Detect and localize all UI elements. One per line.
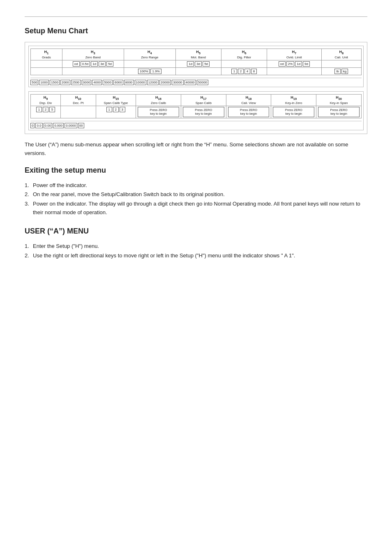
h6-val-8: 8 — [251, 69, 257, 74]
h15-header: H15Span Calib Type — [96, 94, 136, 106]
scale-1000: 1000 — [39, 80, 49, 85]
h16-press-zero: Press ZEROkey to begin — [138, 107, 179, 118]
h6-val-1: 1 — [231, 69, 237, 74]
lower-row-1: 1 2 5 1 2 3 — [31, 106, 362, 118]
h6-row2: 1 2 4 8 — [221, 67, 267, 75]
h8-row2: lb kg — [321, 67, 362, 75]
h7-val-9d: 9d — [303, 61, 310, 67]
h7-row2 — [267, 67, 321, 75]
h7-header: H7Ovld. Limit — [267, 49, 321, 60]
scale-0: 0 — [30, 123, 35, 128]
h18-row1: Press ZEROkey to begin — [226, 106, 271, 118]
lower-chart: H9Dsp. Div H10Dec. Pt H15Span Calib Type… — [28, 91, 364, 130]
setup-chart-container: H1Grads H3Zero Band H4Zero Range H5Mot. … — [25, 42, 367, 134]
user-menu-section: USER (“A”) MENU 1. Enter the Setup ("H")… — [25, 227, 367, 260]
user-menu-steps-list: 1. Enter the Setup ("H") menu. 2. Use th… — [25, 242, 367, 260]
h5-val-1d: 1d — [187, 61, 194, 67]
exit-step-1: 1. Power off the indicator. — [25, 181, 367, 190]
h8-val-lb: lb — [334, 69, 340, 74]
h7-val-2pct: 2% — [286, 61, 295, 67]
h1-row2 — [31, 67, 62, 75]
h17-press-zero: Press ZEROkey to begin — [183, 107, 224, 118]
h8-header: H8Cali. Unit — [321, 49, 362, 60]
h17-row1: Press ZEROkey to begin — [181, 106, 226, 118]
scale-2500: 2500 — [71, 80, 81, 85]
h3-row1: od 0.5d 1d 3d 5d — [62, 60, 124, 67]
h15-val-1: 1 — [106, 107, 112, 112]
exit-step-1-text: Power off the indicator. — [33, 181, 367, 190]
h3-val-od: od — [73, 61, 80, 67]
chart-description: The User (“A”) menu sub-menus appear whe… — [25, 141, 367, 158]
h4-val-19: 1.9% — [150, 69, 161, 74]
h5-val-5d: 5d — [203, 61, 210, 67]
lower-scale-row: 0 0.0 0.00 0.000 0.0000 00 — [30, 121, 362, 128]
user-step-1-num: 1. — [25, 242, 33, 251]
h3-val-3d: 3d — [99, 61, 106, 67]
upper-row-1: od 0.5d 1d 3d 5d 1d 3d 5d — [31, 60, 362, 67]
scale-0-0000: 0.0000 — [65, 123, 77, 128]
upper-header-row: H1Grads H3Zero Band H4Zero Range H5Mot. … — [31, 49, 362, 60]
h20-row1: Press ZEROkey to begin — [316, 106, 362, 118]
scale-5000: 5000 — [103, 80, 113, 85]
scale-3000: 3000 — [82, 80, 92, 85]
upper-scale-row: 500 1000 1500 2000 2500 3000 4000 5000 6… — [30, 78, 362, 85]
user-step-2: 2. Use the right or left directional key… — [25, 252, 367, 260]
lower-header-row: H9Dsp. Div H10Dec. Pt H15Span Calib Type… — [31, 94, 362, 106]
h20-press-zero: Press ZEROkey to begin — [318, 107, 360, 118]
h9-val-5: 5 — [49, 107, 55, 112]
h15-val-2: 2 — [113, 107, 119, 112]
exit-step-2-num: 2. — [25, 190, 33, 199]
h4-row2: 100% 1.9% — [124, 67, 175, 75]
scale-0-000: 0.000 — [53, 123, 64, 128]
h5-row1: 1d 3d 5d — [175, 60, 221, 67]
h5-row2 — [175, 67, 221, 75]
scale-20000: 20000 — [159, 80, 171, 85]
h20-header: H20Key-in Span — [316, 94, 362, 106]
lower-chart-table: H9Dsp. Div H10Dec. Pt H15Span Calib Type… — [30, 94, 362, 118]
h10-header: H10Dec. Pt — [61, 94, 96, 106]
exit-step-3-text: Power on the indicator. The display will… — [33, 200, 367, 217]
scale-30000: 30000 — [172, 80, 183, 85]
exit-step-1-num: 1. — [25, 181, 33, 190]
scale-10000: 10000 — [135, 80, 146, 85]
exit-step-3-num: 3. — [25, 200, 33, 208]
upper-chart-table: H1Grads H3Zero Band H4Zero Range H5Mot. … — [30, 49, 362, 75]
h7-val-od: od — [279, 61, 286, 67]
scale-0-00: 0.00 — [44, 123, 53, 128]
h18-header: H18Cali. View — [226, 94, 271, 106]
h5-val-3d: 3d — [195, 61, 202, 67]
h16-row1: Press ZEROkey to begin — [136, 106, 181, 118]
exit-step-2-text: On the rear panel, move the Setup/Calibr… — [33, 190, 367, 199]
scale-500: 500 — [30, 80, 38, 85]
h19-header: H19Key-in Zero — [271, 94, 316, 106]
user-step-2-num: 2. — [25, 252, 33, 260]
h3-header: H3Zero Band — [62, 49, 124, 60]
scale-0-0: 0.0 — [35, 123, 42, 128]
upper-chart: H1Grads H3Zero Band H4Zero Range H5Mot. … — [28, 46, 364, 87]
scale-12000: 12000 — [147, 80, 159, 85]
scale-8000: 8000 — [124, 80, 134, 85]
h5-header: H5Mot. Band — [175, 49, 221, 60]
exit-section-title: Exiting the setup menu — [25, 166, 367, 175]
h8-val-kg: kg — [341, 69, 348, 74]
setup-chart-title: Setup Menu Chart — [25, 27, 367, 35]
h6-row1 — [221, 60, 267, 67]
h3-row2 — [62, 67, 124, 75]
h15-row1: 1 2 3 — [96, 106, 136, 118]
h18-press-zero: Press ZEROkey to begin — [228, 107, 270, 118]
upper-row-2: 100% 1.9% 1 2 4 8 — [31, 67, 362, 75]
h6-val-2: 2 — [238, 69, 244, 74]
h19-row1: Press ZEROkey to begin — [271, 106, 316, 118]
h9-val-1: 1 — [36, 107, 42, 112]
exit-section: Exiting the setup menu 1. Power off the … — [25, 166, 367, 217]
scale-40000: 40000 — [184, 80, 196, 85]
h8-row1 — [321, 60, 362, 67]
h6-val-4: 4 — [244, 69, 250, 74]
user-step-2-text: Use the right or left directional keys t… — [33, 252, 367, 260]
exit-steps-list: 1. Power off the indicator. 2. On the re… — [25, 181, 367, 217]
h17-header: H17Span Calib — [181, 94, 226, 106]
scale-6000: 6000 — [113, 80, 123, 85]
user-step-1-text: Enter the Setup ("H") menu. — [33, 242, 367, 251]
h9-header: H9Dsp. Div — [31, 94, 61, 106]
exit-step-2: 2. On the rear panel, move the Setup/Cal… — [25, 190, 367, 199]
